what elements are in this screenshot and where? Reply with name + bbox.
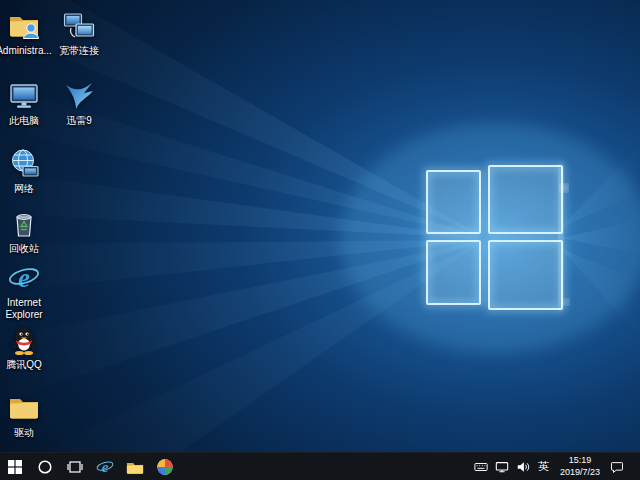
wallpaper	[0, 0, 640, 452]
internet-explorer-icon	[96, 458, 114, 476]
desktop-icon-driver[interactable]: 驱动	[0, 392, 53, 439]
network-status-button[interactable]	[495, 460, 509, 474]
action-center-button[interactable]	[610, 460, 624, 474]
icon-label: 此电脑	[9, 115, 39, 127]
action-center-icon	[610, 460, 624, 474]
clock-date: 2019/7/23	[560, 467, 600, 479]
icon-label: 迅雷9	[66, 115, 92, 127]
desktop-icon-xunlei-9[interactable]: 迅雷9	[50, 80, 108, 127]
desktop-icon-this-pc[interactable]: 此电脑	[0, 80, 53, 127]
taskbar-file-explorer[interactable]	[120, 453, 150, 480]
desktop-icon-recycle-bin[interactable]: 回收站	[0, 208, 53, 255]
search-circle-icon	[37, 459, 53, 475]
qq-penguin-icon	[8, 324, 40, 356]
user-folder-icon	[8, 10, 40, 42]
taskbar-pinned-app[interactable]	[150, 453, 180, 480]
file-explorer-icon	[126, 458, 144, 476]
clock-time: 15:19	[560, 455, 600, 467]
computer-icon	[8, 80, 40, 112]
keyboard-icon	[474, 460, 488, 474]
desktop-icon-internet-explorer[interactable]: Internet Explorer	[0, 262, 53, 321]
desktop-icon-tencent-qq[interactable]: 腾讯QQ	[0, 324, 53, 371]
taskbar-empty-area[interactable]	[180, 453, 474, 480]
system-tray: 英 15:19 2019/7/23	[474, 453, 640, 480]
clock[interactable]: 15:19 2019/7/23	[557, 455, 603, 478]
desktop-icon-broadband-connection[interactable]: 宽带连接	[50, 10, 108, 57]
network-tray-icon	[495, 460, 509, 474]
windows-logo-icon	[7, 459, 23, 475]
internet-explorer-icon	[8, 262, 40, 294]
pinned-app-icon	[156, 458, 174, 476]
taskbar: 英 15:19 2019/7/23	[0, 452, 640, 480]
icon-label: 宽带连接	[59, 45, 99, 57]
xunlei-bird-icon	[63, 80, 95, 112]
task-view-icon	[67, 459, 83, 475]
network-globe-icon	[8, 148, 40, 180]
taskbar-internet-explorer[interactable]	[90, 453, 120, 480]
start-button[interactable]	[0, 453, 30, 480]
desktop: Administra... 此电脑 网络 回收站 Internet Explor…	[0, 0, 640, 480]
icon-label: 腾讯QQ	[6, 359, 42, 371]
speaker-icon	[516, 460, 530, 474]
desktop-icon-network[interactable]: 网络	[0, 148, 53, 195]
broadband-icon	[63, 10, 95, 42]
folder-icon	[8, 392, 40, 424]
icon-label: 回收站	[9, 243, 39, 255]
icon-label: Internet Explorer	[0, 297, 53, 321]
icon-label: Administra...	[0, 45, 52, 57]
cortana-search-button[interactable]	[30, 453, 60, 480]
touch-keyboard-button[interactable]	[474, 460, 488, 474]
task-view-button[interactable]	[60, 453, 90, 480]
recycle-bin-icon	[8, 208, 40, 240]
icon-label: 驱动	[14, 427, 34, 439]
ime-language-indicator[interactable]: 英	[537, 459, 550, 474]
desktop-icon-administrator[interactable]: Administra...	[0, 10, 53, 57]
icon-label: 网络	[14, 183, 34, 195]
volume-button[interactable]	[516, 460, 530, 474]
